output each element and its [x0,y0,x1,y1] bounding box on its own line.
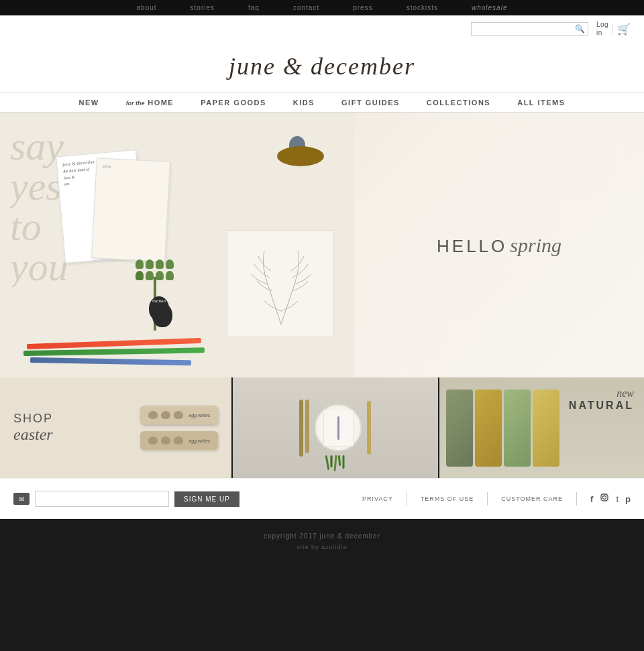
promo-natural[interactable]: new NATURAL [439,377,644,478]
napkin [323,410,354,447]
pinterest-icon[interactable]: p [625,494,631,504]
nav-home[interactable]: for the HOME [113,99,188,107]
plate [315,404,362,451]
cart-button[interactable]: 🛒 [617,23,631,36]
swatch-1 [446,390,473,467]
main-navigation: NEW for the HOME PAPER GOODS KIDS GIFT G… [0,93,644,113]
nav-stockists[interactable]: stockists [407,4,438,11]
copyright-text: copyright 2017 june & december [13,532,631,540]
newsletter-section: ✉ SIGN ME UP [13,491,239,507]
header-utility: 🔍 Log in | 🛒 [0,15,644,42]
nav-about[interactable]: about [137,4,157,11]
svg-point-1 [603,496,606,499]
nav-faq[interactable]: FAQ [248,4,260,11]
search-box[interactable]: 🔍 [471,22,588,36]
hero-left-scene: sayyestoyou june & december the little b… [0,113,354,377]
nav-wholesale[interactable]: wholesale [472,4,507,11]
site-by-text: site by azulidia [13,544,631,550]
egg-cartons: egg writes egg writes [140,406,218,450]
login-link[interactable]: Log in [596,21,608,37]
nav-kids[interactable]: KIDS [280,99,328,107]
nav-paper-goods[interactable]: PAPER GOODS [187,99,280,107]
site-name: june & december [0,52,644,80]
nav-stories[interactable]: stories [191,4,215,11]
utensils-right [367,401,371,455]
email-signup-input[interactable] [35,491,169,507]
email-icon: ✉ [13,493,30,505]
nav-new[interactable]: NEW [65,99,112,107]
paper-cards: june & december the little book oflove &… [54,139,188,274]
footer-divider-3 [576,492,577,506]
search-button[interactable]: 🔍 [575,24,585,34]
natural-bg: new NATURAL [439,377,644,478]
hero-right: HELLO spring [354,234,644,257]
pencils [20,344,235,364]
footer-link-terms[interactable]: TERMS OF USE [421,495,474,502]
hero-spring-text: spring [510,234,561,256]
table-scene [233,377,437,478]
herb-garnish [326,455,344,471]
promo-table[interactable] [233,377,439,478]
decorated-egg-2 [152,303,172,327]
hero-hello-text: HELLO [437,236,507,256]
divider: | [612,23,614,34]
social-icons: f t p [590,493,631,505]
swatch-2 [475,390,502,467]
footer-link-care[interactable]: CUSTOMER CARE [501,495,563,502]
site-title[interactable]: june & december [0,42,644,93]
facebook-icon[interactable]: f [590,494,593,504]
twitter-icon[interactable]: t [616,494,619,504]
svg-point-2 [606,495,608,496]
swatch-3 [504,390,531,467]
top-nav-bar: about stories FAQ contact press stockist… [0,0,644,15]
sign-up-button[interactable]: SIGN ME UP [174,491,239,507]
instagram-icon[interactable] [600,493,609,505]
nav-contact[interactable]: contact [293,4,319,11]
footer-bar: ✉ SIGN ME UP PRIVACY TERMS OF USE CUSTOM… [0,478,644,519]
search-input[interactable] [474,25,575,33]
promo-easter[interactable]: SHOP easter egg writes egg writes [0,377,233,478]
header-actions: Log in | 🛒 [596,21,631,37]
promo-grid: SHOP easter egg writes egg writes [0,377,644,478]
footer-link-privacy[interactable]: PRIVACY [362,495,393,502]
footer-bottom: copyright 2017 june & december site by a… [0,519,644,564]
paper-card-2: olivia [91,158,170,262]
nav-press[interactable]: press [353,4,372,11]
nav-gift-guides[interactable]: GIFT GUIDES [328,99,413,107]
nav-collections[interactable]: COLLECTIONS [413,99,504,107]
swatch-4 [533,390,559,467]
utensils-left [299,400,309,457]
footer-divider-1 [407,492,407,506]
bird-nest [274,133,327,166]
natural-text: new NATURAL [569,388,634,412]
nav-all-items[interactable]: ALL ITEMS [504,99,578,107]
footer-divider-2 [487,492,488,506]
easter-text: SHOP easter [13,412,53,444]
botanical-print [227,230,334,337]
footer-links: PRIVACY TERMS OF USE CUSTOMER CARE [362,492,563,506]
hero-banner[interactable]: sayyestoyou june & december the little b… [0,113,644,377]
